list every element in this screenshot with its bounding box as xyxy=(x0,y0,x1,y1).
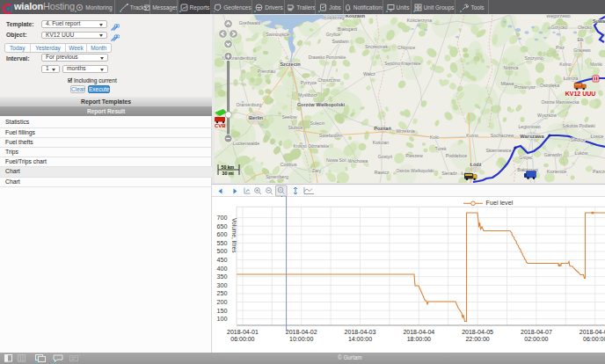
svg-text:Skierniewice: Skierniewice xyxy=(485,148,511,153)
svg-text:10:00:00: 10:00:00 xyxy=(289,336,313,342)
svg-text:2018-04-02: 2018-04-02 xyxy=(286,329,317,335)
svg-text:Pyrzyce: Pyrzyce xyxy=(301,80,317,85)
svg-text:Poznań: Poznań xyxy=(374,126,391,131)
svg-text:Mława: Mława xyxy=(501,81,514,86)
svg-text:Szczecinek: Szczecinek xyxy=(365,44,389,49)
svg-text:Koło: Koło xyxy=(430,135,439,140)
svg-text:Choszczno: Choszczno xyxy=(317,77,340,83)
svg-text:Rawicz: Rawicz xyxy=(375,170,390,175)
svg-text:06:00:00: 06:00:00 xyxy=(230,336,254,342)
svg-text:Gryfice: Gryfice xyxy=(326,32,341,37)
svg-text:50 km: 50 km xyxy=(222,164,235,170)
svg-text:Przasnysz: Przasnysz xyxy=(514,84,536,90)
svg-text:2018-04-07: 2018-04-07 xyxy=(521,329,552,335)
svg-text:Łuków: Łuków xyxy=(575,150,588,156)
svg-text:Pleszew: Pleszew xyxy=(405,153,423,158)
svg-text:22:00:00: 22:00:00 xyxy=(465,336,489,342)
svg-text:700: 700 xyxy=(217,214,228,222)
svg-text:Kutno: Kutno xyxy=(466,133,478,138)
svg-text:Nidzica: Nidzica xyxy=(503,65,518,70)
svg-text:Sokołów Podlaski: Sokołów Podlaski xyxy=(562,124,595,128)
svg-text:06:00:00: 06:00:00 xyxy=(583,336,605,342)
svg-text:02:00:00: 02:00:00 xyxy=(524,336,548,342)
svg-text:Greifswald: Greifswald xyxy=(239,20,261,25)
svg-text:Słubice: Słubice xyxy=(288,125,302,130)
svg-text:30 mi: 30 mi xyxy=(222,171,235,176)
svg-text:Grójec: Grójec xyxy=(519,155,533,160)
svg-text:CVB: CVB xyxy=(215,123,226,128)
svg-text:Giżycko: Giżycko xyxy=(551,25,568,30)
svg-text:Warszawa: Warszawa xyxy=(520,134,544,139)
svg-text:Volume, litres: Volume, litres xyxy=(231,218,237,253)
svg-text:Kościerzyna: Kościerzyna xyxy=(407,18,432,23)
svg-text:Łosice: Łosice xyxy=(591,134,604,139)
svg-text:600: 600 xyxy=(217,230,228,238)
svg-text:Gostyń: Gostyń xyxy=(378,154,393,159)
svg-text:Sulęcin: Sulęcin xyxy=(310,120,324,126)
svg-text:Poddębice: Poddębice xyxy=(446,153,468,158)
svg-text:Ostrów Mazowiecka: Ostrów Mazowiecka xyxy=(542,100,579,105)
svg-text:Sępólno Krajeńskie: Sępólno Krajeńskie xyxy=(384,62,421,66)
svg-text:Grajewo: Grajewo xyxy=(573,47,590,53)
svg-text:Września: Września xyxy=(396,128,415,134)
svg-text:Legionowo: Legionowo xyxy=(518,124,540,129)
svg-text:Białogard: Białogard xyxy=(338,26,357,32)
svg-text:Drawsko Pomorskie: Drawsko Pomorskie xyxy=(309,55,346,60)
svg-text:Ostrołęka: Ostrołęka xyxy=(540,83,559,88)
svg-text:Spremberg: Spremberg xyxy=(266,174,288,179)
svg-text:500: 500 xyxy=(217,247,228,255)
svg-text:Świnoujście: Świnoujście xyxy=(266,31,290,37)
svg-text:2018-04-03: 2018-04-03 xyxy=(345,329,376,335)
svg-text:Koszalin: Koszalin xyxy=(346,15,365,18)
svg-text:Świdwin: Świdwin xyxy=(332,38,348,44)
svg-text:Łomża: Łomża xyxy=(564,76,579,81)
svg-text:Prenzlau: Prenzlau xyxy=(258,69,276,74)
svg-text:400: 400 xyxy=(217,265,228,273)
svg-text:Gorzów Wielkopolski: Gorzów Wielkopolski xyxy=(297,102,346,107)
svg-text:Żary: Żary xyxy=(312,168,322,173)
svg-text:Suwałki: Suwałki xyxy=(593,18,605,24)
svg-text:100: 100 xyxy=(217,315,228,323)
svg-text:200: 200 xyxy=(217,298,228,306)
svg-text:Ełk: Ełk xyxy=(577,37,584,42)
svg-text:Garwolin: Garwolin xyxy=(544,152,563,157)
svg-text:Węgorzewo: Węgorzewo xyxy=(546,15,571,18)
svg-text:Sieradz: Sieradz xyxy=(441,171,457,176)
svg-text:Parczew: Parczew xyxy=(593,169,605,174)
svg-text:Nowa Sól: Nowa Sól xyxy=(326,157,346,163)
svg-text:2018-04-05: 2018-04-05 xyxy=(462,329,493,335)
svg-text:Sochaczew: Sochaczew xyxy=(491,133,514,138)
svg-text:Luckenwalde: Luckenwalde xyxy=(233,141,259,146)
svg-text:450: 450 xyxy=(217,256,228,264)
svg-text:Krosno Odrzańskie: Krosno Odrzańskie xyxy=(294,144,330,149)
svg-text:Mońki: Mońki xyxy=(590,62,602,67)
svg-text:Kościan: Kościan xyxy=(373,140,390,145)
svg-text:Fuel level: Fuel level xyxy=(486,199,514,207)
svg-text:Wyszków: Wyszków xyxy=(537,113,557,118)
svg-text:550: 550 xyxy=(217,239,228,247)
svg-text:Siedlce: Siedlce xyxy=(570,137,585,142)
svg-text:KV12 UUU: KV12 UUU xyxy=(565,91,596,97)
svg-text:2018-04-04: 2018-04-04 xyxy=(403,329,434,335)
svg-text:Świebodzin: Świebodzin xyxy=(319,132,343,138)
svg-text:Seelow: Seelow xyxy=(281,114,296,120)
svg-text:650: 650 xyxy=(217,222,228,230)
svg-text:Szczecin: Szczecin xyxy=(280,62,301,67)
svg-text:150: 150 xyxy=(217,307,228,315)
svg-text:Oranienburg: Oranienburg xyxy=(237,102,262,107)
svg-text:Kozienice: Kozienice xyxy=(547,169,567,174)
svg-text:Myślibórz: Myślibórz xyxy=(298,92,317,98)
svg-text:Kołobrzeg: Kołobrzeg xyxy=(324,15,344,20)
svg-text:Berlin: Berlin xyxy=(249,115,264,120)
svg-text:2018-04-01: 2018-04-01 xyxy=(227,329,259,335)
svg-text:2018-04-08: 2018-04-08 xyxy=(579,329,605,335)
svg-text:Ostrów Wielkopolski: Ostrów Wielkopolski xyxy=(396,169,434,173)
svg-text:Szczytno: Szczytno xyxy=(524,55,543,61)
svg-text:Pisz: Pisz xyxy=(556,45,565,50)
svg-text:350: 350 xyxy=(217,273,228,280)
svg-text:Olecko: Olecko xyxy=(578,25,592,30)
svg-text:Wałcz: Wałcz xyxy=(363,71,375,76)
svg-text:18:00:00: 18:00:00 xyxy=(407,336,431,342)
svg-text:250: 250 xyxy=(217,289,228,297)
svg-text:Wschowa: Wschowa xyxy=(348,158,368,164)
